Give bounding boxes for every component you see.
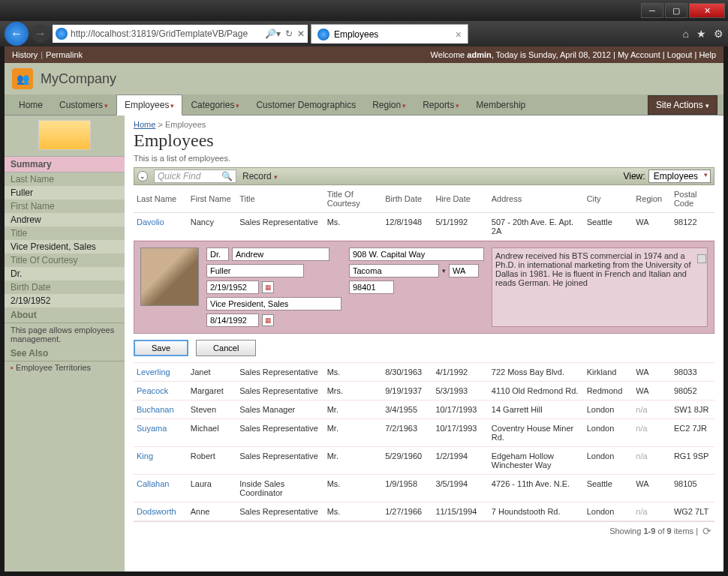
menu-membership[interactable]: Membership — [468, 94, 534, 116]
window-maximize-button[interactable]: ▢ — [665, 3, 687, 18]
search-dropdown-icon[interactable]: 🔎▾ — [265, 28, 281, 39]
tools-icon[interactable]: ⚙ — [714, 28, 723, 40]
cell: 4726 - 11th Ave. N.E. — [489, 475, 584, 502]
nav-forward-button[interactable]: → — [32, 25, 50, 43]
edit-birthdate-input[interactable] — [206, 280, 259, 294]
column-header[interactable]: First Name — [188, 185, 237, 213]
view-select[interactable]: Employees — [648, 170, 711, 183]
column-header[interactable]: Title Of Courtesy — [324, 185, 383, 213]
cell: Sales Representative — [236, 447, 323, 475]
calendar-icon[interactable]: ▦ — [262, 281, 274, 293]
menu-categories[interactable]: Categories▾ — [182, 94, 248, 116]
edit-title-input[interactable] — [206, 297, 341, 310]
edit-postalcode-input[interactable] — [349, 280, 394, 294]
stop-icon[interactable]: ✕ — [297, 28, 305, 39]
url-input[interactable] — [71, 28, 262, 39]
breadcrumb-home[interactable]: Home — [134, 120, 155, 129]
column-header[interactable]: City — [584, 185, 633, 213]
history-link[interactable]: History — [12, 50, 38, 59]
menu-home[interactable]: Home — [11, 94, 51, 116]
cell: 11/15/1994 — [432, 502, 488, 521]
refresh-icon[interactable]: ⟳ — [702, 525, 711, 537]
window-minimize-button[interactable]: ─ — [641, 3, 663, 18]
seealso-link[interactable]: Employee Territories — [5, 362, 125, 374]
edit-lastname-input[interactable] — [206, 264, 304, 278]
scrollbar-thumb[interactable] — [697, 254, 706, 263]
column-header[interactable]: Postal Code — [671, 185, 714, 213]
row-lastname-link[interactable]: Leverling — [137, 368, 170, 376]
tab-close-icon[interactable]: × — [456, 28, 462, 40]
menu-employees[interactable]: Employees▾ — [116, 94, 182, 116]
menu-reports[interactable]: Reports▾ — [414, 94, 468, 116]
permalink-link[interactable]: Permalink — [46, 50, 83, 59]
refresh-icon[interactable]: ↻ — [285, 28, 293, 39]
calendar-icon[interactable]: ▦ — [262, 314, 274, 326]
edit-city-input[interactable] — [349, 264, 439, 278]
quickfind-input[interactable]: Quick Find🔍 — [154, 170, 236, 183]
nav-back-button[interactable]: ← — [5, 22, 29, 46]
chevron-down-icon[interactable]: ⌄ — [137, 171, 148, 182]
edit-region-input[interactable] — [449, 264, 479, 278]
edit-panel: ▦ ▦▾ Andrew received his BTS commercial … — [134, 241, 714, 334]
edit-toc-input[interactable] — [206, 248, 229, 261]
cell: Callahan — [134, 475, 188, 502]
table-row[interactable]: SuyamaMichaelSales RepresentativeMr.7/2/… — [134, 419, 714, 447]
summary-value: 2/19/1952 — [5, 294, 125, 308]
menu-region[interactable]: Region▾ — [364, 94, 414, 116]
table-row[interactable]: KingRobertSales RepresentativeMr.5/29/19… — [134, 447, 714, 475]
window-titlebar: ─ ▢ ✕ — [0, 0, 728, 21]
cell: London — [584, 400, 633, 419]
row-lastname-link[interactable]: Davolio — [137, 218, 164, 226]
table-row[interactable]: LeverlingJanetSales RepresentativeMs.8/3… — [134, 363, 714, 382]
summary-value: Dr. — [5, 267, 125, 280]
row-lastname-link[interactable]: King — [137, 452, 153, 460]
edit-hiredate-input[interactable] — [206, 314, 259, 327]
row-lastname-link[interactable]: Callahan — [137, 479, 169, 488]
row-lastname-link[interactable]: Suyama — [137, 424, 167, 433]
cell: Laura — [188, 475, 237, 502]
row-lastname-link[interactable]: Dodsworth — [137, 507, 176, 516]
cell: WA — [633, 475, 671, 502]
column-header[interactable]: Title — [236, 185, 323, 213]
help-link[interactable]: Help — [699, 50, 716, 59]
column-header[interactable]: Last Name — [134, 185, 188, 213]
edit-firstname-input[interactable] — [232, 248, 329, 261]
save-button[interactable]: Save — [134, 340, 188, 356]
menu-customers[interactable]: Customers▾ — [51, 94, 116, 116]
column-header[interactable]: Address — [489, 185, 584, 213]
record-menu[interactable]: Record ▾ — [242, 171, 278, 182]
cell: Seattle — [584, 475, 633, 502]
browser-tab[interactable]: Employees × — [311, 24, 468, 44]
column-header[interactable]: Birth Date — [382, 185, 432, 213]
summary-title: Summary — [5, 156, 125, 172]
address-bar[interactable]: 🔎▾ ↻ ✕ — [53, 25, 308, 43]
search-icon[interactable]: 🔍 — [221, 171, 233, 182]
window-close-button[interactable]: ✕ — [689, 3, 725, 18]
column-header[interactable]: Region — [633, 185, 671, 213]
site-actions-button[interactable]: Site Actions ▾ — [648, 95, 717, 115]
browser-toolbar: ← → 🔎▾ ↻ ✕ Employees × ⌂ ★ ⚙ — [0, 21, 728, 46]
table-row[interactable]: DodsworthAnneSales RepresentativeMs.1/27… — [134, 502, 714, 521]
logout-link[interactable]: Logout — [667, 50, 693, 59]
table-row[interactable]: DavolioNancySales RepresentativeMs.12/8/… — [134, 213, 714, 241]
table-row[interactable]: PeacockMargaretSales RepresentativeMrs.9… — [134, 382, 714, 400]
row-lastname-link[interactable]: Buchanan — [137, 405, 174, 414]
column-header[interactable]: Hire Date — [432, 185, 488, 213]
table-row[interactable]: BuchananStevenSales ManagerMr.3/4/195510… — [134, 400, 714, 419]
cell: Seattle — [584, 213, 633, 241]
edit-address-input[interactable] — [349, 248, 484, 261]
table-row[interactable]: CallahanLauraInside Sales CoordinatorMs.… — [134, 475, 714, 502]
edit-notes-textarea[interactable]: Andrew received his BTS commercial in 19… — [492, 248, 708, 327]
my-account-link[interactable]: My Account — [618, 50, 660, 59]
row-lastname-link[interactable]: Peacock — [137, 386, 168, 395]
cancel-button[interactable]: Cancel — [196, 340, 256, 356]
company-logo-icon: 👥 — [12, 68, 33, 89]
favorites-icon[interactable]: ★ — [696, 28, 706, 40]
cell: 98033 — [671, 363, 714, 382]
cell: WG2 7LT — [671, 502, 714, 521]
cell: 507 - 20th Ave. E. Apt. 2A — [489, 213, 584, 241]
home-icon[interactable]: ⌂ — [683, 28, 689, 40]
grid-toolbar: ⌄ Quick Find🔍 Record ▾ View: Employees — [134, 167, 714, 185]
menu-customer-demographics[interactable]: Customer Demographics — [248, 94, 364, 116]
page-content: Home > Employees Employees This is a lis… — [125, 116, 723, 572]
